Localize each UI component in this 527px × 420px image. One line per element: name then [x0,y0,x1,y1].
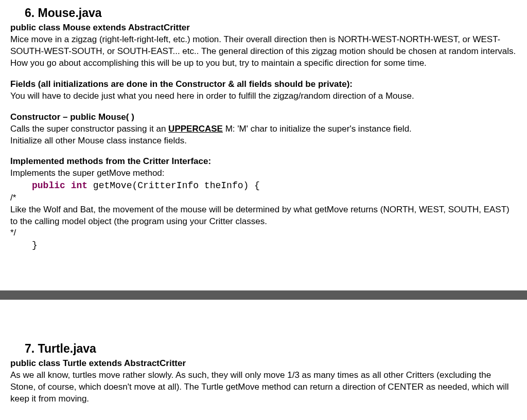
constructor-heading: Constructor – public Mouse( ) [10,112,517,123]
section-turtle: 7. Turtle.java public class Turtle exten… [0,336,527,415]
section-mouse: 6. Mouse.java public class Mouse extends… [0,0,527,262]
fields-heading: Fields (all initializations are done in … [10,79,517,90]
impl-heading: Implemented methods from the Critter Int… [10,156,517,168]
comment-body: Like the Wolf and Bat, the movement of t… [10,204,517,228]
comment-open: /* [10,192,517,204]
class-decl-mouse: public class Mouse extends AbstractCritt… [10,22,517,34]
heading-turtle: 7. Turtle.java [25,341,517,357]
impl-line: Implements the super getMove method: [10,168,517,179]
heading-mouse: 6. Mouse.java [25,5,517,21]
comment-close: */ [10,227,517,239]
constructor-uppercase: UPPERCASE [168,124,223,134]
section-divider [0,290,527,300]
code-kw-public: public [32,180,65,191]
constructor-body-1b: M: 'M' char to initialize the super's in… [223,124,412,134]
constructor-body-line2: Initialize all other Mouse class instanc… [10,135,517,147]
close-brace: } [32,239,517,251]
code-rest: getMove(CritterInfo theInfo) { [87,180,260,191]
constructor-body-1a: Calls the super constructor passing it a… [10,124,168,134]
fields-body: You will have to decide just what you ne… [10,90,517,102]
code-getmove: public int getMove(CritterInfo theInfo) … [32,179,517,192]
intro-mouse: Mice move in a zigzag (right-left-right-… [10,34,517,69]
constructor-body-line1: Calls the super constructor passing it a… [10,123,517,135]
code-kw-int: int [71,180,87,191]
intro-turtle: As we all know, turtles move rather slow… [10,370,517,405]
class-decl-turtle: public class Turtle extends AbstractCrit… [10,358,517,370]
